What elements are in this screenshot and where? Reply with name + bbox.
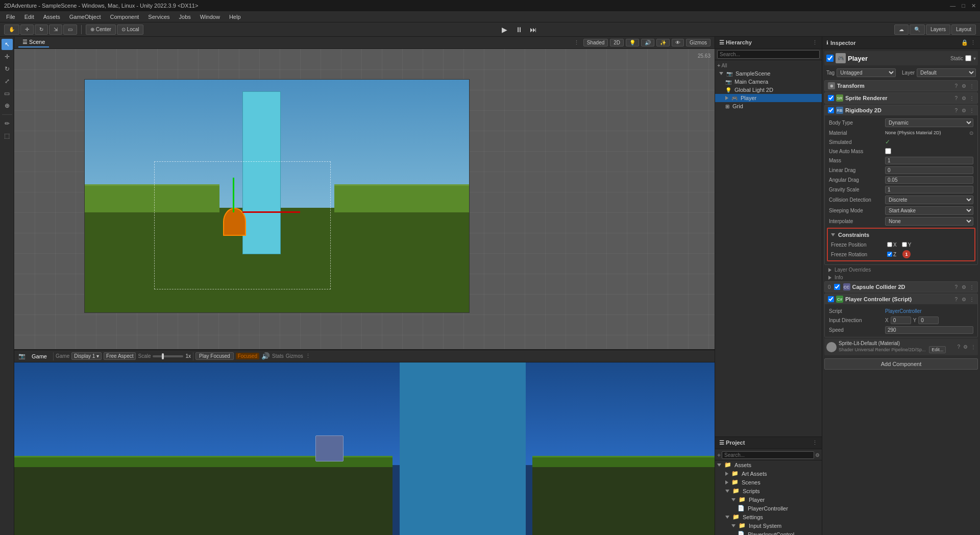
capsule-collider-question-icon[interactable]: ?	[954, 284, 958, 290]
hierarchy-search-input[interactable]	[717, 50, 820, 59]
material-more-icon[interactable]: ⋮	[971, 344, 976, 350]
inspector-more-icon[interactable]: ⋮	[970, 39, 976, 46]
input-dir-x[interactable]	[891, 317, 911, 324]
capsule-collider-settings-icon[interactable]: ⚙	[962, 284, 966, 290]
close-btn[interactable]: ✕	[971, 3, 976, 9]
constraints-header[interactable]: Constraints	[829, 230, 973, 240]
menu-gameobject[interactable]: GameObject	[65, 13, 105, 21]
freeze-rot-z-checkbox[interactable]	[887, 252, 892, 257]
speaker-btn[interactable]: 🔊	[261, 352, 270, 360]
scene-tab[interactable]: ☰ Scene	[18, 38, 49, 47]
edit-btn[interactable]: Edit...	[929, 346, 946, 353]
layers-btn[interactable]: Layers	[926, 25, 950, 35]
capsule-collider-header[interactable]: 0 CC Capsule Collider 2D ? ⚙ ⋮	[825, 282, 977, 292]
transform-y-handle[interactable]	[233, 178, 234, 212]
hierarchy-more-icon[interactable]: ⋮	[812, 39, 818, 46]
light-btn[interactable]: 💡	[626, 39, 639, 46]
rigidbody2d-settings-icon[interactable]: ⚙	[962, 108, 966, 113]
project-playerinputcontrol1[interactable]: 📄 PlayerInputControl	[715, 530, 822, 535]
object-active-checkbox[interactable]	[826, 55, 834, 62]
player-controller-settings-icon[interactable]: ⚙	[962, 297, 966, 302]
capsule-collider-checkbox[interactable]	[834, 284, 840, 290]
sleeping-mode-select[interactable]: Start Awake	[885, 206, 973, 215]
tag-select[interactable]: Untagged	[837, 68, 896, 77]
collision-detection-select[interactable]: Discrete	[885, 196, 973, 204]
gravity-scale-input[interactable]	[885, 186, 973, 193]
project-input-system[interactable]: 📁 Input System	[715, 521, 822, 530]
project-settings-btn[interactable]: ⚙	[815, 452, 820, 458]
sprite-renderer-question-icon[interactable]: ?	[954, 95, 958, 101]
rigidbody2d-header[interactable]: RB Rigidbody 2D ? ⚙ ⋮	[825, 105, 977, 115]
project-more-icon[interactable]: ⋮	[812, 440, 818, 446]
body-type-select[interactable]: Dynamic	[885, 118, 973, 127]
scene-more-icon[interactable]: ⋮	[574, 39, 579, 46]
layer-select[interactable]: Default	[917, 68, 976, 77]
material-circle-icon[interactable]: ⊙	[969, 130, 973, 136]
minimize-btn[interactable]: —	[950, 3, 955, 9]
simulated-checkmark[interactable]: ✓	[885, 138, 890, 145]
center-btn[interactable]: ⊕ Center	[86, 25, 116, 35]
speed-input[interactable]	[885, 326, 973, 334]
transform-header[interactable]: ⊕ Transform ? ⚙ ⋮	[825, 81, 977, 91]
player-controller-checkbox[interactable]	[828, 296, 834, 302]
game-player[interactable]	[315, 435, 344, 461]
game-aspect-select[interactable]: Free Aspect	[104, 352, 136, 360]
gizmos-game-btn[interactable]: Gizmos	[286, 353, 303, 359]
gizmos-btn[interactable]: Gizmos	[686, 39, 710, 46]
input-dir-y[interactable]	[918, 317, 939, 324]
mass-input[interactable]	[885, 157, 973, 164]
hierarchy-global-light[interactable]: 💡 Global Light 2D	[715, 86, 822, 94]
menu-assets[interactable]: Assets	[39, 13, 64, 21]
rect-tool-btn[interactable]: ▭	[63, 25, 77, 35]
custom-tool2[interactable]: ⬚	[2, 130, 13, 141]
move-tool-btn[interactable]: ✛	[20, 25, 34, 35]
maximize-btn[interactable]: □	[962, 3, 965, 9]
player-controller-more-icon[interactable]: ⋮	[969, 297, 974, 302]
fx-btn[interactable]: ✨	[656, 39, 670, 46]
freeze-pos-x-checkbox[interactable]	[887, 242, 892, 247]
info-row[interactable]: Info	[824, 274, 978, 281]
transform-x-handle[interactable]	[242, 211, 300, 213]
sprite-renderer-settings-icon[interactable]: ⚙	[962, 95, 966, 101]
menu-services[interactable]: Services	[144, 13, 174, 21]
game-tab[interactable]: Game	[28, 352, 51, 360]
menu-file[interactable]: File	[2, 13, 19, 21]
project-scripts[interactable]: 📁 Scripts	[715, 487, 822, 495]
menu-window[interactable]: Window	[196, 13, 224, 21]
layout-btn[interactable]: Layout	[951, 25, 976, 35]
2d-btn[interactable]: 2D	[610, 39, 624, 46]
scale-tool-btn[interactable]: ⇲	[49, 25, 62, 35]
transform-more-icon[interactable]: ⋮	[969, 83, 974, 89]
transform-tool[interactable]: ⊕	[2, 100, 13, 111]
rotate-tool-btn[interactable]: ↻	[35, 25, 48, 35]
menu-help[interactable]: Help	[225, 13, 245, 21]
rigidbody2d-checkbox[interactable]	[828, 107, 834, 113]
static-checkbox[interactable]	[965, 55, 971, 61]
audio-btn[interactable]: 🔊	[641, 39, 654, 46]
select-tool[interactable]: ↖	[2, 39, 13, 50]
scale-slider[interactable]	[153, 355, 183, 357]
move-tool[interactable]: ✛	[2, 51, 13, 62]
project-player-folder[interactable]: 📁 Player	[715, 495, 822, 504]
capsule-collider-more-icon[interactable]: ⋮	[969, 284, 974, 290]
stats-btn[interactable]: Stats	[272, 353, 284, 359]
game-more-icon[interactable]: ⋮	[305, 353, 311, 359]
hand-tool-btn[interactable]: ✋	[4, 25, 19, 35]
play-focused-btn[interactable]: Play Focused	[195, 352, 234, 360]
inspector-lock-icon[interactable]: 🔒	[961, 39, 968, 46]
freeze-rot-z-check[interactable]: Z	[887, 252, 896, 257]
material-question-icon[interactable]: ?	[957, 344, 960, 350]
pause-button[interactable]: ⏸	[513, 23, 525, 36]
object-name[interactable]: Player	[848, 55, 948, 62]
shade-btn[interactable]: Shaded	[583, 39, 608, 46]
local-btn[interactable]: ⊙ Local	[117, 25, 144, 35]
player-controller-question-icon[interactable]: ?	[954, 297, 958, 302]
material-settings-icon[interactable]: ⚙	[963, 344, 968, 350]
menu-jobs[interactable]: Jobs	[175, 13, 195, 21]
transform-settings-icon[interactable]: ⚙	[962, 83, 966, 89]
transform-question-icon[interactable]: ?	[954, 83, 958, 89]
menu-component[interactable]: Component	[106, 13, 143, 21]
sprite-renderer-header[interactable]: SR Sprite Renderer ? ⚙ ⋮	[825, 93, 977, 103]
sprite-renderer-checkbox[interactable]	[828, 95, 834, 101]
hierarchy-main-camera[interactable]: 📷 Main Camera	[715, 78, 822, 86]
